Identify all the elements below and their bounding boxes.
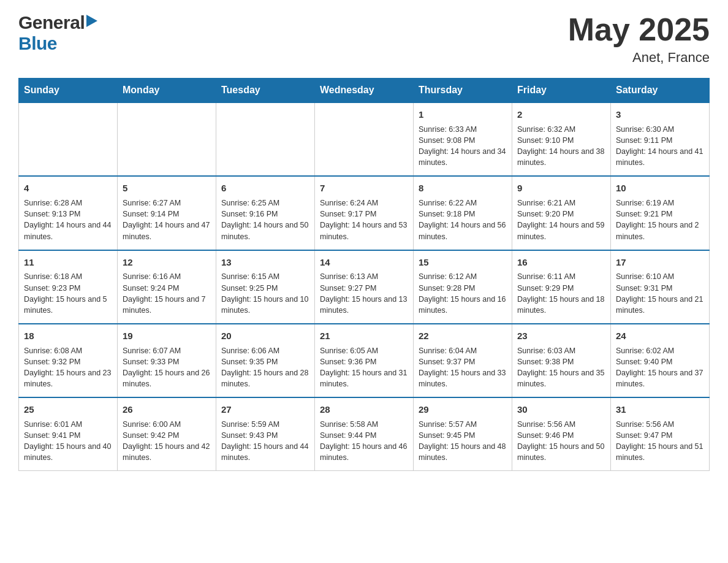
- page-header: General Blue May 2025 Anet, France: [18, 12, 710, 66]
- day-number: 15: [419, 256, 507, 269]
- day-number: 20: [221, 329, 309, 343]
- calendar-cell: [19, 102, 118, 176]
- calendar-week-row: 18Sunrise: 6:08 AMSunset: 9:32 PMDayligh…: [19, 324, 710, 397]
- calendar-cell: 17Sunrise: 6:10 AMSunset: 9:31 PMDayligh…: [611, 250, 710, 324]
- calendar-cell: 29Sunrise: 5:57 AMSunset: 9:45 PMDayligh…: [414, 397, 512, 471]
- day-info: Sunrise: 6:02 AMSunset: 9:40 PMDaylight:…: [616, 345, 704, 390]
- day-number: 22: [419, 329, 507, 343]
- day-info: Sunrise: 5:57 AMSunset: 9:45 PMDaylight:…: [419, 419, 507, 464]
- day-number: 26: [123, 403, 211, 416]
- calendar-cell: 18Sunrise: 6:08 AMSunset: 9:32 PMDayligh…: [19, 324, 118, 397]
- day-info: Sunrise: 6:03 AMSunset: 9:38 PMDaylight:…: [517, 345, 605, 390]
- day-number: 4: [24, 182, 112, 195]
- calendar-cell: [216, 102, 315, 176]
- day-info: Sunrise: 5:58 AMSunset: 9:44 PMDaylight:…: [320, 419, 408, 464]
- calendar-header-monday: Monday: [118, 79, 216, 103]
- day-info: Sunrise: 6:15 AMSunset: 9:25 PMDaylight:…: [221, 271, 309, 316]
- logo-blue-word: Blue: [18, 33, 57, 53]
- calendar-cell: 23Sunrise: 6:03 AMSunset: 9:38 PMDayligh…: [512, 324, 611, 397]
- day-number: 24: [616, 329, 704, 343]
- calendar-cell: 25Sunrise: 6:01 AMSunset: 9:41 PMDayligh…: [19, 397, 118, 471]
- calendar-cell: 2Sunrise: 6:32 AMSunset: 9:10 PMDaylight…: [512, 102, 611, 176]
- calendar-cell: [118, 102, 216, 176]
- calendar-cell: 13Sunrise: 6:15 AMSunset: 9:25 PMDayligh…: [216, 250, 315, 324]
- calendar-cell: 26Sunrise: 6:00 AMSunset: 9:42 PMDayligh…: [118, 397, 216, 471]
- calendar-cell: 4Sunrise: 6:28 AMSunset: 9:13 PMDaylight…: [19, 176, 118, 250]
- calendar-cell: 3Sunrise: 6:30 AMSunset: 9:11 PMDaylight…: [611, 102, 710, 176]
- calendar-cell: 10Sunrise: 6:19 AMSunset: 9:21 PMDayligh…: [611, 176, 710, 250]
- calendar-cell: 8Sunrise: 6:22 AMSunset: 9:18 PMDaylight…: [414, 176, 512, 250]
- day-number: 25: [24, 403, 112, 416]
- day-info: Sunrise: 6:28 AMSunset: 9:13 PMDaylight:…: [24, 197, 112, 242]
- day-number: 3: [616, 108, 704, 121]
- calendar-header-thursday: Thursday: [414, 79, 512, 103]
- day-number: 11: [24, 256, 112, 269]
- calendar-cell: 7Sunrise: 6:24 AMSunset: 9:17 PMDaylight…: [315, 176, 414, 250]
- day-info: Sunrise: 6:05 AMSunset: 9:36 PMDaylight:…: [320, 345, 408, 390]
- location-text: Anet, France: [568, 50, 710, 66]
- day-info: Sunrise: 5:56 AMSunset: 9:46 PMDaylight:…: [517, 419, 605, 464]
- calendar-cell: 11Sunrise: 6:18 AMSunset: 9:23 PMDayligh…: [19, 250, 118, 324]
- day-number: 9: [517, 182, 605, 195]
- month-title: May 2025: [568, 12, 710, 47]
- day-info: Sunrise: 6:00 AMSunset: 9:42 PMDaylight:…: [123, 419, 211, 464]
- day-info: Sunrise: 6:22 AMSunset: 9:18 PMDaylight:…: [419, 197, 507, 242]
- day-info: Sunrise: 6:08 AMSunset: 9:32 PMDaylight:…: [24, 345, 112, 390]
- calendar-cell: 22Sunrise: 6:04 AMSunset: 9:37 PMDayligh…: [414, 324, 512, 397]
- day-number: 16: [517, 256, 605, 269]
- calendar-cell: 19Sunrise: 6:07 AMSunset: 9:33 PMDayligh…: [118, 324, 216, 397]
- day-number: 21: [320, 329, 408, 343]
- day-info: Sunrise: 6:30 AMSunset: 9:11 PMDaylight:…: [616, 124, 704, 169]
- calendar-cell: 6Sunrise: 6:25 AMSunset: 9:16 PMDaylight…: [216, 176, 315, 250]
- day-info: Sunrise: 6:07 AMSunset: 9:33 PMDaylight:…: [123, 345, 211, 390]
- day-info: Sunrise: 6:21 AMSunset: 9:20 PMDaylight:…: [517, 197, 605, 242]
- day-info: Sunrise: 6:19 AMSunset: 9:21 PMDaylight:…: [616, 197, 704, 242]
- day-number: 18: [24, 329, 112, 343]
- day-info: Sunrise: 6:33 AMSunset: 9:08 PMDaylight:…: [419, 124, 507, 169]
- day-info: Sunrise: 5:59 AMSunset: 9:43 PMDaylight:…: [221, 419, 309, 464]
- calendar-cell: 16Sunrise: 6:11 AMSunset: 9:29 PMDayligh…: [512, 250, 611, 324]
- day-info: Sunrise: 6:06 AMSunset: 9:35 PMDaylight:…: [221, 345, 309, 390]
- day-number: 8: [419, 182, 507, 195]
- day-info: Sunrise: 5:56 AMSunset: 9:47 PMDaylight:…: [616, 419, 704, 464]
- day-info: Sunrise: 6:12 AMSunset: 9:28 PMDaylight:…: [419, 271, 507, 316]
- calendar-cell: 30Sunrise: 5:56 AMSunset: 9:46 PMDayligh…: [512, 397, 611, 471]
- logo: General Blue: [18, 12, 97, 54]
- day-number: 29: [419, 403, 507, 416]
- day-info: Sunrise: 6:16 AMSunset: 9:24 PMDaylight:…: [123, 271, 211, 316]
- svg-marker-0: [86, 15, 97, 27]
- calendar-cell: 27Sunrise: 5:59 AMSunset: 9:43 PMDayligh…: [216, 397, 315, 471]
- logo-icon: General: [18, 12, 97, 33]
- day-number: 30: [517, 403, 605, 416]
- calendar-week-row: 25Sunrise: 6:01 AMSunset: 9:41 PMDayligh…: [19, 397, 710, 471]
- day-info: Sunrise: 6:27 AMSunset: 9:14 PMDaylight:…: [123, 197, 211, 242]
- title-block: May 2025 Anet, France: [568, 12, 710, 66]
- logo-blue-text: Blue: [18, 33, 57, 54]
- day-info: Sunrise: 6:10 AMSunset: 9:31 PMDaylight:…: [616, 271, 704, 316]
- calendar-cell: 1Sunrise: 6:33 AMSunset: 9:08 PMDaylight…: [414, 102, 512, 176]
- logo-general-text: General: [18, 12, 85, 33]
- day-number: 19: [123, 329, 211, 343]
- calendar-header-tuesday: Tuesday: [216, 79, 315, 103]
- day-number: 6: [221, 182, 309, 195]
- day-number: 28: [320, 403, 408, 416]
- day-number: 5: [123, 182, 211, 195]
- day-number: 7: [320, 182, 408, 195]
- calendar-header-friday: Friday: [512, 79, 611, 103]
- calendar-cell: 24Sunrise: 6:02 AMSunset: 9:40 PMDayligh…: [611, 324, 710, 397]
- calendar-cell: 5Sunrise: 6:27 AMSunset: 9:14 PMDaylight…: [118, 176, 216, 250]
- logo-triangle-icon: [86, 15, 97, 29]
- day-info: Sunrise: 6:24 AMSunset: 9:17 PMDaylight:…: [320, 197, 408, 242]
- day-number: 23: [517, 329, 605, 343]
- calendar-week-row: 11Sunrise: 6:18 AMSunset: 9:23 PMDayligh…: [19, 250, 710, 324]
- calendar-header-row: SundayMondayTuesdayWednesdayThursdayFrid…: [19, 79, 710, 103]
- day-number: 10: [616, 182, 704, 195]
- day-number: 13: [221, 256, 309, 269]
- calendar-cell: 9Sunrise: 6:21 AMSunset: 9:20 PMDaylight…: [512, 176, 611, 250]
- calendar-header-wednesday: Wednesday: [315, 79, 414, 103]
- calendar-header-saturday: Saturday: [611, 79, 710, 103]
- day-number: 1: [419, 108, 507, 121]
- day-info: Sunrise: 6:13 AMSunset: 9:27 PMDaylight:…: [320, 271, 408, 316]
- calendar-header-sunday: Sunday: [19, 79, 118, 103]
- calendar-week-row: 1Sunrise: 6:33 AMSunset: 9:08 PMDaylight…: [19, 102, 710, 176]
